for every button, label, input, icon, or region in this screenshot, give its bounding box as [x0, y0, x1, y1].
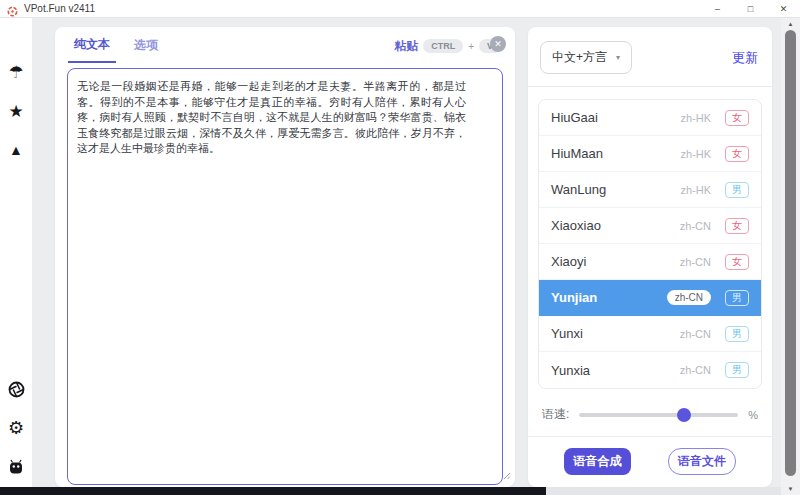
voice-lang: zh-CN: [680, 220, 711, 232]
rate-label: 语速:: [542, 406, 569, 423]
voice-panel-header: 中文+方言 ▾ 更新: [528, 27, 772, 86]
voice-list: HiuGaaizh-HK女HiuMaanzh-HK女WanLungzh-HK男X…: [538, 99, 762, 389]
voice-row[interactable]: Xiaoyizh-CN女: [539, 244, 761, 280]
voice-gender-badge: 女: [725, 146, 749, 162]
maximize-icon[interactable]: □: [734, 0, 767, 18]
resize-handle-icon[interactable]: [502, 465, 510, 483]
vertical-scrollbar[interactable]: ▲ ▼: [781, 18, 800, 495]
scroll-up-icon[interactable]: ▲: [781, 18, 800, 30]
voice-name: HiuGaai: [551, 110, 680, 125]
rate-unit: %: [748, 409, 758, 421]
voice-row[interactable]: WanLungzh-HK男: [539, 172, 761, 208]
voice-lang: zh-HK: [680, 184, 711, 196]
voice-file-button[interactable]: 语音文件: [668, 448, 736, 475]
mountain-icon[interactable]: ▲: [6, 140, 26, 160]
clear-text-icon[interactable]: ✕: [490, 36, 506, 52]
voice-name: Yunxia: [551, 363, 680, 378]
voice-lang: zh-CN: [680, 328, 711, 340]
voice-name: Xiaoyi: [551, 254, 680, 269]
taskbar-edge: [0, 487, 546, 495]
synthesize-button[interactable]: 语音合成: [564, 448, 631, 475]
language-select-value: 中文+方言: [552, 49, 607, 66]
tab-options[interactable]: 选项: [128, 37, 164, 62]
voice-name: HiuMaan: [551, 146, 680, 161]
voice-gender-badge: 男: [725, 362, 749, 378]
bottom-edge: [546, 487, 781, 495]
voice-lang: zh-HK: [680, 148, 711, 160]
chevron-down-icon: ▾: [616, 53, 620, 62]
close-icon[interactable]: ✕: [767, 0, 800, 18]
voice-row[interactable]: Xiaoxiaozh-CN女: [539, 208, 761, 244]
umbrella-icon[interactable]: ☂: [6, 62, 26, 82]
voice-row[interactable]: Yunxizh-CN男: [539, 316, 761, 352]
sidebar: ☂ ★ ▲ ⚙: [0, 18, 32, 487]
rate-slider[interactable]: [579, 413, 738, 417]
language-select[interactable]: 中文+方言 ▾: [540, 41, 632, 74]
voice-name: WanLung: [551, 182, 680, 197]
gear-icon[interactable]: ⚙: [6, 418, 26, 438]
paste-key-ctrl: CTRL: [423, 39, 463, 53]
window-controls: – □ ✕: [701, 0, 800, 18]
tab-plain-text[interactable]: 纯文本: [68, 36, 116, 63]
voice-panel: 中文+方言 ▾ 更新 HiuGaaizh-HK女HiuMaanzh-HK女Wan…: [528, 27, 772, 487]
scroll-down-icon[interactable]: ▼: [781, 483, 800, 495]
aperture-icon[interactable]: [6, 379, 26, 399]
star-icon[interactable]: ★: [6, 101, 26, 121]
window-title: VPot.Fun v2411: [24, 3, 95, 14]
paste-group: 粘贴 CTRL + V: [394, 38, 501, 61]
scrollbar-thumb[interactable]: [785, 30, 796, 476]
editor-tabbar: 纯文本 选项 粘贴 CTRL + V: [55, 27, 515, 61]
minimize-icon[interactable]: –: [701, 0, 734, 18]
paste-button[interactable]: 粘贴: [394, 38, 418, 55]
voice-lang: zh-CN: [680, 364, 711, 376]
paste-key-plus: +: [468, 41, 474, 52]
voice-gender-badge: 女: [725, 254, 749, 270]
app-logo-icon: [7, 3, 18, 14]
voice-row[interactable]: Yunxiazh-CN男: [539, 352, 761, 388]
voice-name: Yunjian: [551, 290, 667, 305]
robot-icon[interactable]: [6, 457, 26, 477]
voice-lang: zh-HK: [680, 112, 711, 124]
voice-name: Xiaoxiao: [551, 218, 680, 233]
rate-row: 语速: %: [528, 406, 772, 423]
voice-lang: zh-CN: [667, 290, 711, 305]
voice-name: Yunxi: [551, 326, 680, 341]
voice-row[interactable]: Yunjianzh-CN男: [539, 280, 761, 316]
titlebar: VPot.Fun v2411 – □ ✕: [0, 0, 800, 18]
voice-row[interactable]: HiuMaanzh-HK女: [539, 136, 761, 172]
text-input[interactable]: 无论是一段婚姻还是再婚，能够一起走到老的才是夫妻。半路离开的，都是过客。得到的不…: [67, 68, 503, 485]
rate-slider-thumb[interactable]: [677, 408, 691, 422]
refresh-link[interactable]: 更新: [732, 49, 758, 67]
voice-gender-badge: 男: [725, 290, 749, 306]
voice-gender-badge: 女: [725, 218, 749, 234]
voice-gender-badge: 女: [725, 110, 749, 126]
action-row: 语音合成 语音文件: [528, 437, 772, 475]
editor-card: 纯文本 选项 粘贴 CTRL + V 无论是一段婚姻还是再婚，能够一起走到老的才…: [55, 27, 515, 487]
voice-row[interactable]: HiuGaaizh-HK女: [539, 100, 761, 136]
voice-gender-badge: 男: [725, 326, 749, 342]
voice-lang: zh-CN: [680, 256, 711, 268]
header-divider: [528, 86, 772, 87]
voice-gender-badge: 男: [725, 182, 749, 198]
